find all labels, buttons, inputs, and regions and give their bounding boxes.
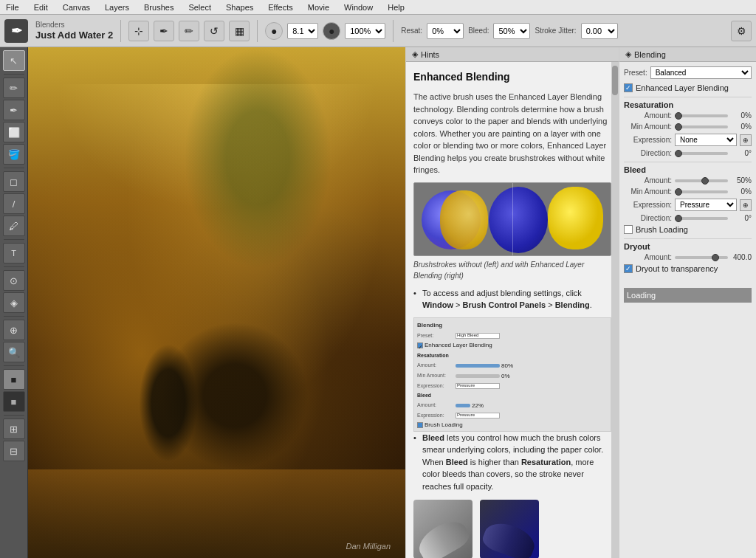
- tool-text[interactable]: T: [3, 243, 25, 264]
- hint-2-bold: Bleed: [422, 433, 444, 442]
- brush-loading-label: Brush Loading: [636, 225, 688, 234]
- bleed-minamount-slider[interactable]: [675, 190, 728, 193]
- app-title: Just Add Water 2: [35, 30, 113, 42]
- hint-2-text2: is higher than: [468, 458, 521, 466]
- dryout-amount-thumb[interactable]: [712, 254, 719, 261]
- resat-amount-label: Amount:: [624, 111, 672, 120]
- tool-pencil[interactable]: ✒: [3, 100, 25, 120]
- menu-layers[interactable]: Layers: [102, 1, 132, 13]
- bleed-amount-label: Amount:: [624, 176, 672, 185]
- resat-minamount-row: Min Amount: 0%: [624, 123, 752, 131]
- menu-shapes[interactable]: Shapes: [223, 1, 256, 13]
- hint-1-pre: To access and adjust blending settings, …: [422, 289, 582, 297]
- brush-loading-check[interactable]: [624, 225, 633, 234]
- tool-eraser[interactable]: ⬜: [3, 122, 25, 142]
- toolbar-separator-2: [257, 20, 258, 42]
- resat-expr-icon[interactable]: ⊕: [740, 134, 752, 146]
- bleed-dir-row: Direction: 0°: [624, 214, 752, 222]
- tool-crop[interactable]: ⊕: [3, 320, 25, 340]
- tool-pen[interactable]: 🖊: [3, 216, 25, 236]
- bleed-expr-select[interactable]: Pressure: [675, 199, 737, 211]
- hints-body[interactable]: Enhanced Blending The active brush uses …: [406, 62, 619, 558]
- jitter-select[interactable]: 0.00: [581, 23, 618, 39]
- tool-layers[interactable]: ⊞: [3, 418, 25, 439]
- tool-rotate-btn[interactable]: ↺: [204, 21, 224, 41]
- mini-expr-label: Expression:: [417, 382, 454, 390]
- menu-effects[interactable]: Effects: [265, 1, 295, 13]
- tool-arrow[interactable]: ↖: [3, 50, 25, 71]
- tool-frame[interactable]: ⊟: [3, 441, 25, 461]
- bleed-amount-thumb[interactable]: [701, 177, 709, 185]
- canvas-area[interactable]: Dan Milligan: [28, 47, 405, 558]
- resat-select[interactable]: 0%: [427, 23, 464, 39]
- bleed-expr-row: Expression: Pressure ⊕: [624, 199, 752, 211]
- enhanced-label: Enhanced Layer Blending: [636, 83, 729, 92]
- menu-edit[interactable]: Edit: [31, 1, 51, 13]
- menu-help[interactable]: Help: [385, 1, 408, 13]
- main-area: ↖ ✏ ✒ ⬜ 🪣 ◻ / 🖊 T ⊙ ◈ ⊕ 🔍 ■ ■ ⊞ ⊟ D: [0, 47, 756, 558]
- preset-select[interactable]: Balanced: [650, 66, 752, 79]
- bleed-dir-thumb[interactable]: [675, 215, 682, 222]
- menu-movie[interactable]: Movie: [305, 1, 332, 13]
- bleed-dir-label: Direction:: [624, 214, 672, 222]
- tool-clone[interactable]: ⊙: [3, 270, 25, 291]
- resat-dir-thumb[interactable]: [675, 150, 682, 157]
- hint-bullet-2: Bleed lets you control how much the brus…: [413, 432, 611, 493]
- color-primary[interactable]: ■: [3, 369, 25, 390]
- tool-grid-btn[interactable]: ▦: [229, 21, 250, 41]
- tool-fill[interactable]: 🪣: [3, 144, 25, 165]
- app-icon: ✒: [4, 19, 28, 43]
- mini-bleed-val: 22%: [472, 402, 484, 410]
- hints-scrollbar-thumb[interactable]: [612, 66, 618, 95]
- bleed-dir-value: 0°: [731, 214, 752, 222]
- tool-brush[interactable]: ✏: [3, 78, 25, 98]
- bleed-amount-row: Amount: 50%: [624, 176, 752, 185]
- resat-minamount-value: 0%: [731, 123, 752, 131]
- mini-resat-section: Resaturation: [417, 352, 608, 360]
- menu-window[interactable]: Window: [341, 1, 376, 13]
- tool-rubber[interactable]: ◈: [3, 292, 25, 313]
- tool-shape[interactable]: ◻: [3, 171, 25, 192]
- settings-btn[interactable]: ⚙: [731, 21, 752, 41]
- resat-amount-slider[interactable]: [675, 114, 728, 117]
- artist-credit: Dan Milligan: [346, 542, 391, 551]
- tool-zoom[interactable]: 🔍: [3, 342, 25, 362]
- mini-brushloading-row: Brush Loading: [417, 421, 608, 430]
- bleed-expr-icon[interactable]: ⊕: [740, 199, 752, 211]
- app-icon-letter: ✒: [11, 23, 22, 39]
- tool-select-btn[interactable]: ⊹: [128, 21, 149, 41]
- dryout-amount-slider[interactable]: [675, 256, 728, 259]
- hint-1-bold: Window: [422, 300, 453, 309]
- menu-brushes[interactable]: Brushes: [141, 1, 176, 13]
- tool-pen-btn[interactable]: ✒: [154, 21, 174, 41]
- dryout-amount-row: Amount: 400.0: [624, 253, 752, 261]
- resat-minamount-slider[interactable]: [675, 125, 728, 128]
- resat-dir-slider[interactable]: [675, 152, 728, 155]
- color-secondary[interactable]: ■: [3, 391, 25, 412]
- dryout-trans-check[interactable]: ✓: [624, 264, 633, 273]
- dryout-trans-row: ✓ Dryout to transparency: [624, 264, 752, 273]
- tool-pen2-btn[interactable]: ✏: [179, 21, 199, 41]
- enhanced-check[interactable]: ✓: [624, 83, 633, 92]
- resat-amount-thumb[interactable]: [675, 112, 682, 120]
- menu-select[interactable]: Select: [185, 1, 214, 13]
- bleed-select[interactable]: 50%: [493, 23, 530, 39]
- hints-scrollbar-track[interactable]: [611, 62, 619, 558]
- tool-sep-3: [4, 239, 24, 240]
- dryout-section: Dryout: [624, 238, 752, 251]
- tool-line[interactable]: /: [3, 193, 25, 214]
- bleed-amount-slider[interactable]: [675, 179, 728, 182]
- menu-file[interactable]: File: [3, 1, 22, 13]
- brush-examples: [413, 500, 611, 558]
- brush-size-select[interactable]: 8.1: [287, 23, 318, 39]
- color-circle[interactable]: ●: [265, 22, 283, 40]
- opacity-select[interactable]: 100%: [345, 23, 385, 39]
- bleed-minamount-thumb[interactable]: [675, 188, 682, 196]
- resat-minamount-label: Min Amount:: [624, 123, 672, 131]
- resat-minamount-thumb[interactable]: [675, 123, 682, 131]
- menu-canvas[interactable]: Canvas: [60, 1, 93, 13]
- resat-expr-select[interactable]: None: [675, 134, 737, 146]
- resat-amount-value: 0%: [731, 111, 752, 120]
- bleed-dir-slider[interactable]: [675, 217, 728, 220]
- bleed-label: Bleed:: [468, 27, 489, 35]
